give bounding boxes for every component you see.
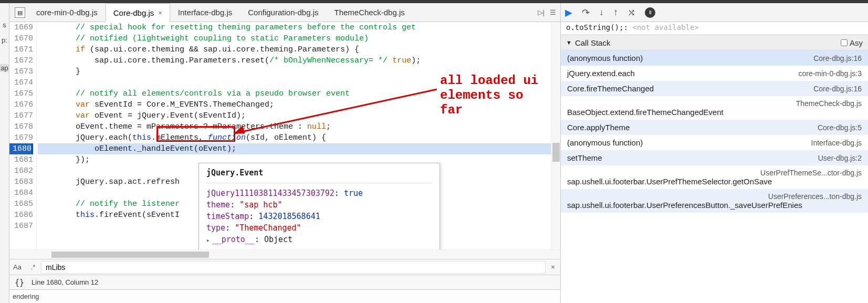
code-text: .fireEvent(sEventI	[95, 211, 180, 220]
frame-src: UserPrefThemeSe...ctor-dbg.js	[760, 169, 862, 177]
line-number: 1670	[9, 33, 33, 44]
frame-fn: setTheme	[567, 153, 602, 162]
frame-fn: Core.fireThemeChanged	[567, 84, 654, 93]
search-input[interactable]	[41, 261, 546, 274]
line-number: 1669	[9, 22, 33, 33]
resume-icon[interactable]: ▶	[565, 7, 572, 18]
stack-frame[interactable]: (anonymous function) Interface-dbg.js	[561, 135, 868, 150]
watch-expression[interactable]: o.toString();: <not available>	[561, 22, 868, 35]
collapse-icon[interactable]: ▼	[566, 39, 572, 46]
close-tab-icon[interactable]: ×	[158, 9, 162, 17]
cursor-position: Line 1680, Column 12	[32, 278, 98, 286]
code-text	[38, 100, 76, 109]
tab-core-min[interactable]: core-min-0-dbg.js	[28, 3, 106, 22]
tab-label: Core-dbg.js	[113, 8, 154, 17]
section-title: Call Stack	[575, 38, 611, 47]
frame-src: Interface-dbg.js	[811, 139, 862, 147]
code-editor[interactable]: 1669 1670 1671 1672 1673 1674 1675 1676 …	[9, 22, 560, 249]
tooltip-value: "ThemeChanged"	[235, 223, 301, 233]
scrollbar-thumb[interactable]	[51, 252, 209, 258]
tab-interface[interactable]: Interface-dbg.js	[170, 3, 240, 22]
tooltip-key: __proto__	[212, 235, 255, 244]
frame-fn: sap.ushell.ui.footerbar.UserPreferencesB…	[567, 201, 802, 210]
stack-frame[interactable]: Core.fireThemeChanged Core-dbg.js:16	[561, 81, 868, 96]
code-text: });	[38, 155, 90, 164]
line-number-current: 1680	[9, 143, 33, 154]
sidebar-label: p:	[2, 36, 7, 44]
debugger-panel: ▶ ↷ ↓ ↑ ⤭ Ⅱ o.toString();: <not availabl…	[561, 3, 868, 303]
step-into-icon[interactable]: ↓	[599, 7, 604, 18]
stack-frame[interactable]: ThemeCheck-dbg.js BaseObject.extend.fire…	[561, 96, 868, 120]
console-tab-strip[interactable]: endering	[9, 289, 560, 303]
line-number: 1686	[9, 210, 33, 221]
tab-configuration[interactable]: Configuration-dbg.js	[240, 3, 326, 22]
annotation-line: all loaded ui	[440, 74, 538, 88]
tab-themecheck[interactable]: ThemeCheck-dbg.js	[327, 3, 413, 22]
code-text: sap.ui.core.theming.Parameters.reset(	[38, 56, 269, 65]
file-tabs: ▤ core-min-0-dbg.js Core-dbg.js × Interf…	[9, 3, 560, 22]
code-text: var	[76, 111, 90, 120]
close-search-icon[interactable]: ×	[546, 263, 560, 271]
pretty-print-icon[interactable]: {}	[15, 278, 24, 287]
code-text: this	[132, 133, 151, 142]
skip-end-icon[interactable]: ▷|	[538, 8, 545, 16]
line-number: 1678	[9, 121, 33, 132]
tooltip-key: type	[206, 223, 225, 233]
step-out-icon[interactable]: ↑	[613, 7, 618, 18]
line-number: 1687	[9, 221, 33, 232]
tab-core-dbg[interactable]: Core-dbg.js ×	[106, 3, 170, 22]
annotation-line: elements so	[440, 88, 523, 102]
frame-src: Core-dbg.js:5	[818, 123, 862, 132]
code-text: if	[76, 45, 85, 54]
stack-frame[interactable]: jQuery.extend.each core-min-0-dbg.js:3	[561, 66, 868, 81]
stack-frame[interactable]: Core.applyTheme Core-dbg.js:5	[561, 120, 868, 135]
svg-marker-1	[234, 126, 245, 133]
code-text-current: oElement._handleEvent(oEvent);	[38, 144, 236, 153]
code-text: }	[38, 67, 80, 76]
horizontal-scrollbar[interactable]	[9, 249, 560, 259]
code-text: // notify the listener	[38, 200, 180, 208]
step-over-icon[interactable]: ↷	[582, 7, 590, 18]
tab-label: Interface-dbg.js	[178, 8, 232, 17]
regex-toggle[interactable]: .*	[25, 263, 41, 271]
debugger-toolbar: ▶ ↷ ↓ ↑ ⤭ Ⅱ	[561, 3, 868, 22]
deactivate-breakpoints-icon[interactable]: ⤭	[628, 7, 635, 18]
line-number: 1683	[9, 176, 33, 187]
code-text: var	[76, 100, 90, 109]
annotation-text: all loaded ui elements so far	[440, 74, 538, 118]
code-text	[38, 111, 76, 120]
stack-frame[interactable]: (anonymous function) Core-dbg.js:16	[561, 50, 868, 66]
panel-label: endering	[13, 292, 39, 300]
line-gutter: 1669 1670 1671 1672 1673 1674 1675 1676 …	[9, 22, 37, 249]
editor-statusbar: {} Line 1680, Column 12	[9, 275, 560, 289]
stack-frame[interactable]: UserPrefThemeSe...ctor-dbg.js sap.ushell…	[561, 165, 868, 189]
vertical-scrollbar[interactable]	[551, 22, 560, 249]
tab-doc-icon[interactable]: ▤	[15, 7, 25, 18]
stack-frame[interactable]: setTheme User-dbg.js:2	[561, 150, 868, 165]
annotation-box-mElements	[156, 126, 235, 142]
frame-src: ThemeCheck-dbg.js	[796, 99, 862, 108]
async-checkbox[interactable]	[841, 39, 848, 46]
tab-label: ThemeCheck-dbg.js	[334, 8, 405, 17]
scrollbar-thumb[interactable]	[552, 143, 560, 162]
frame-src: Core-dbg.js:16	[813, 54, 862, 62]
frame-fn: BaseObject.extend.fireThemeChangedEvent	[567, 108, 724, 117]
callstack-list: (anonymous function) Core-dbg.js:16 jQue…	[561, 50, 868, 213]
stack-frame[interactable]: UserPreferences...ton-dbg.js sap.ushell.…	[561, 189, 868, 213]
line-number: 1681	[9, 154, 33, 165]
expand-icon[interactable]: ▸	[206, 237, 210, 244]
tooltip-more-icon[interactable]: ▸	[206, 248, 432, 249]
code-text: jQuery.each(	[38, 133, 132, 142]
async-label: Asy	[850, 38, 863, 47]
pause-exceptions-icon[interactable]: Ⅱ	[645, 7, 655, 18]
list-icon[interactable]: ☰	[550, 8, 556, 16]
tooltip-key: theme	[206, 200, 230, 210]
line-number: 1673	[9, 66, 33, 77]
case-sensitive-toggle[interactable]: Aa	[9, 263, 25, 271]
hover-tooltip: jQuery.Event jQuery111103811433457303792…	[198, 163, 440, 249]
search-bar: Aa .* ×	[9, 259, 560, 275]
frame-src: Core-dbg.js:16	[813, 85, 862, 93]
callstack-header[interactable]: ▼ Call Stack Asy	[561, 35, 868, 50]
code-text: (sap.ui.core.theming && sap.ui.core.them…	[85, 45, 359, 54]
code-text: );	[411, 56, 421, 65]
